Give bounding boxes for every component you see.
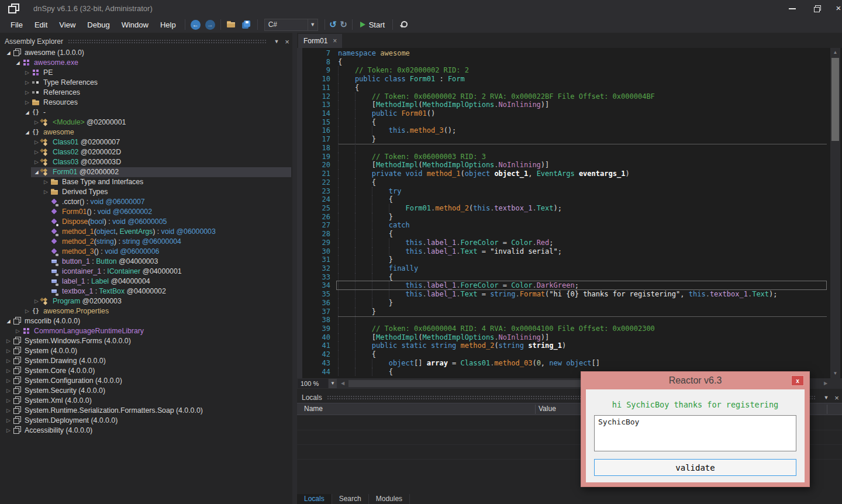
- column-resize-handle[interactable]: [535, 405, 536, 414]
- tree-item[interactable]: ▷System.Core (4.0.0.0): [0, 366, 292, 376]
- scroll-right-icon[interactable]: ▶: [821, 378, 830, 389]
- tree-item[interactable]: ▷Base Type and Interfaces: [0, 177, 292, 187]
- menu-item-file[interactable]: File: [5, 18, 29, 32]
- expand-arrow-icon[interactable]: ▷: [42, 187, 50, 197]
- expand-arrow-icon[interactable]: ▷: [5, 386, 12, 396]
- tab-locals[interactable]: Locals: [297, 494, 332, 504]
- vertical-scrollbar-thumb[interactable]: [831, 58, 839, 141]
- tree-item[interactable]: textbox_1 : TextBox @04000002: [0, 286, 292, 296]
- tree-item[interactable]: ▷Derived Types: [0, 187, 292, 197]
- expand-arrow-icon[interactable]: ▷: [33, 157, 40, 167]
- tree-item[interactable]: ▷System.Runtime.Serialization.Formatters…: [0, 406, 292, 416]
- tree-item[interactable]: .cctor() : void @06000007: [0, 197, 292, 207]
- tree-item[interactable]: icontainer_1 : IContainer @04000001: [0, 267, 292, 277]
- collapse-arrow-icon[interactable]: ◢: [23, 127, 31, 137]
- code-editor[interactable]: 7namespace awesome8{9// Token: 0x0200000…: [297, 48, 842, 378]
- open-file-icon[interactable]: [227, 20, 236, 29]
- expand-arrow-icon[interactable]: ▷: [5, 396, 12, 406]
- tab-modules[interactable]: Modules: [369, 494, 410, 504]
- expand-arrow-icon[interactable]: ▷: [5, 336, 12, 346]
- chevron-down-icon[interactable]: ▼: [308, 19, 318, 30]
- tree-item[interactable]: ◢mscorlib (4.0.0.0): [0, 316, 292, 326]
- tree-item[interactable]: ▷System.Drawing (4.0.0.0): [0, 356, 292, 366]
- expand-arrow-icon[interactable]: ▷: [5, 426, 12, 436]
- minimize-button[interactable]: [781, 0, 804, 16]
- collapse-arrow-icon[interactable]: ◢: [23, 108, 31, 118]
- expand-arrow-icon[interactable]: ▷: [33, 137, 40, 147]
- expand-arrow-icon[interactable]: ▷: [33, 296, 40, 306]
- expand-arrow-icon[interactable]: ▷: [23, 78, 31, 88]
- tree-item[interactable]: ▷{}awesome.Properties: [0, 306, 292, 316]
- tree-item[interactable]: ◢Form01 @02000002: [0, 167, 292, 177]
- expand-arrow-icon[interactable]: ▷: [33, 118, 40, 127]
- undo-icon[interactable]: ↺: [328, 19, 339, 30]
- expand-arrow-icon[interactable]: ▷: [14, 326, 22, 336]
- menu-item-debug[interactable]: Debug: [81, 18, 115, 32]
- tree-item[interactable]: ▷System (4.0.0.0): [0, 346, 292, 356]
- tree-item[interactable]: ▷References: [0, 88, 292, 98]
- collapse-arrow-icon[interactable]: ◢: [33, 167, 40, 177]
- close-button[interactable]: ×: [827, 0, 842, 16]
- tree-item[interactable]: method_1(object, EventArgs) : void @0600…: [0, 227, 292, 237]
- tree-item[interactable]: ▷CommonLanguageRuntimeLibrary: [0, 326, 292, 336]
- expand-arrow-icon[interactable]: ▷: [33, 147, 40, 157]
- panel-splitter[interactable]: [292, 33, 297, 504]
- save-all-icon[interactable]: [242, 20, 251, 29]
- tab-close-icon[interactable]: ×: [333, 37, 337, 45]
- menu-item-view[interactable]: View: [53, 18, 81, 32]
- expand-arrow-icon[interactable]: ▷: [23, 306, 31, 316]
- tree-item[interactable]: method_2(string) : string @06000004: [0, 237, 292, 247]
- serial-input[interactable]: SychicBoy: [594, 415, 796, 451]
- tree-item[interactable]: Form01() : void @06000002: [0, 207, 292, 217]
- horizontal-scrollbar-thumb[interactable]: [348, 380, 582, 387]
- navigate-back-icon[interactable]: ←: [191, 20, 201, 30]
- expand-arrow-icon[interactable]: ▷: [5, 376, 12, 386]
- scroll-down-icon[interactable]: ▼: [830, 369, 840, 378]
- title-bar[interactable]: dnSpy v6.1.6 (32-bit, Administrator) ×: [0, 0, 842, 16]
- panel-close-icon[interactable]: ×: [831, 393, 842, 402]
- collapse-arrow-icon[interactable]: ◢: [14, 58, 22, 68]
- column-value[interactable]: Value: [539, 403, 556, 415]
- tree-item[interactable]: ◢{}awesome: [0, 127, 292, 137]
- tree-item[interactable]: ▷Class03 @0200003D: [0, 157, 292, 167]
- zoom-chevron-down-icon[interactable]: ▼: [329, 379, 337, 388]
- column-name[interactable]: Name: [304, 403, 323, 415]
- expand-arrow-icon[interactable]: ▷: [5, 416, 12, 426]
- menu-item-window[interactable]: Window: [116, 18, 154, 32]
- expand-arrow-icon[interactable]: ▷: [5, 356, 12, 366]
- restore-button[interactable]: [806, 0, 829, 16]
- panel-close-icon[interactable]: ×: [282, 37, 292, 46]
- collapse-arrow-icon[interactable]: ◢: [5, 48, 12, 58]
- tree-item[interactable]: ▷System.Windows.Forms (4.0.0.0): [0, 336, 292, 346]
- start-debug-button[interactable]: Start: [356, 19, 389, 31]
- validate-button[interactable]: validate: [594, 459, 796, 476]
- scroll-left-icon[interactable]: ◀: [338, 378, 347, 389]
- tree-item[interactable]: ▷Accessibility (4.0.0.0): [0, 426, 292, 436]
- tree-item[interactable]: ▷System.Security (4.0.0.0): [0, 386, 292, 396]
- tree-item[interactable]: ▷Class01 @02000007: [0, 137, 292, 147]
- language-select[interactable]: C# ▼: [264, 19, 318, 31]
- tree-item[interactable]: ▷Program @02000003: [0, 296, 292, 306]
- menu-item-edit[interactable]: Edit: [29, 18, 53, 32]
- menu-item-help[interactable]: Help: [154, 18, 182, 32]
- expand-arrow-icon[interactable]: ▷: [5, 366, 12, 376]
- panel-menu-icon[interactable]: ▼: [821, 395, 831, 401]
- assembly-explorer-header[interactable]: Assembly Explorer ▼ ×: [0, 35, 292, 48]
- assembly-tree[interactable]: ◢awesome (1.0.0.0)◢awesome.exe▷PE▷Type R…: [0, 48, 292, 457]
- reactor-dialog-title[interactable]: Reactor v6.3: [581, 375, 809, 386]
- tree-item[interactable]: label_1 : Label @04000004: [0, 277, 292, 286]
- tree-item[interactable]: method_3() : void @06000006: [0, 247, 292, 257]
- tree-item[interactable]: ▷System.Deployment (4.0.0.0): [0, 416, 292, 426]
- expand-arrow-icon[interactable]: ▷: [23, 88, 31, 98]
- column-resize-handle[interactable]: [827, 405, 827, 414]
- tree-item[interactable]: ◢{}-: [0, 108, 292, 118]
- tree-item[interactable]: ▷Resources: [0, 98, 292, 108]
- tree-item[interactable]: ▷<Module> @02000001: [0, 118, 292, 127]
- scroll-up-icon[interactable]: ▲: [830, 48, 840, 57]
- tree-item[interactable]: ▷System.Configuration (4.0.0.0): [0, 376, 292, 386]
- redo-icon[interactable]: ↻: [339, 19, 349, 30]
- zoom-level-select[interactable]: 100 %: [298, 379, 328, 388]
- vertical-scrollbar[interactable]: ▲ ▼: [830, 48, 840, 378]
- expand-arrow-icon[interactable]: ▷: [23, 98, 31, 108]
- search-icon[interactable]: [399, 20, 409, 29]
